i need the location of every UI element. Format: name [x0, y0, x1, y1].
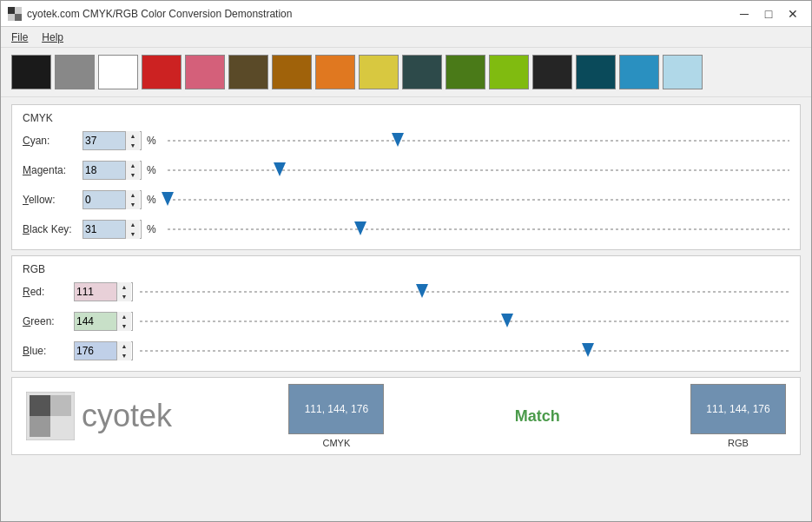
yellow-input[interactable]: [83, 191, 125, 208]
swatch-dark-brown[interactable]: [228, 55, 268, 89]
red-down-button[interactable]: ▼: [117, 292, 131, 301]
swatch-lime[interactable]: [489, 55, 529, 89]
cyan-spinner[interactable]: ▲ ▼: [83, 131, 142, 150]
green-input[interactable]: [75, 313, 116, 330]
green-row: Green: ▲ ▼: [23, 312, 789, 331]
help-menu[interactable]: Help: [35, 30, 70, 45]
blue-input[interactable]: [75, 342, 116, 360]
swatch-pink[interactable]: [185, 55, 225, 89]
blue-spinner-buttons: ▲ ▼: [116, 341, 131, 360]
rgb-rgb-value: 111, 144, 176: [706, 403, 769, 415]
logo-area: cyotek: [26, 392, 172, 440]
cmyk-preview-label: CMYK: [322, 438, 350, 448]
close-button[interactable]: ✕: [782, 4, 804, 23]
swatch-gray[interactable]: [55, 55, 95, 89]
swatch-black[interactable]: [11, 55, 51, 89]
green-down-button[interactable]: ▼: [117, 321, 131, 331]
yellow-spinner-buttons: ▲ ▼: [125, 190, 140, 209]
cyan-input[interactable]: [83, 132, 125, 149]
cyan-thumb[interactable]: [392, 133, 404, 149]
blue-label: Blue:: [23, 345, 70, 357]
red-up-button[interactable]: ▲: [117, 282, 131, 292]
yellow-thumb[interactable]: [162, 192, 174, 208]
svg-rect-6: [50, 395, 71, 416]
cmyk-rgb-value: 111, 144, 176: [305, 403, 368, 415]
svg-rect-1: [15, 7, 22, 14]
title-bar: cyotek.com CMYK/RGB Color Conversion Dem…: [1, 1, 811, 27]
magenta-percent: %: [147, 164, 161, 176]
rgb-color-box: 111, 144, 176: [690, 384, 786, 434]
blue-down-button[interactable]: ▼: [117, 351, 131, 360]
blue-up-button[interactable]: ▲: [117, 341, 131, 351]
green-spinner[interactable]: ▲ ▼: [74, 312, 133, 331]
blackkey-row: Black Key: ▲ ▼ %: [23, 220, 789, 239]
magenta-up-button[interactable]: ▲: [126, 161, 140, 170]
magenta-input[interactable]: [83, 162, 125, 179]
red-input[interactable]: [75, 283, 116, 301]
svg-rect-0: [8, 7, 15, 14]
match-button[interactable]: Match: [501, 400, 574, 433]
red-thumb[interactable]: [416, 284, 428, 300]
swatch-white[interactable]: [98, 55, 138, 89]
swatch-brown[interactable]: [272, 55, 312, 89]
swatch-orange[interactable]: [315, 55, 355, 89]
swatch-dark-teal[interactable]: [402, 55, 442, 89]
green-track: [140, 320, 789, 322]
cyan-up-button[interactable]: ▲: [126, 131, 140, 141]
svg-rect-2: [8, 14, 15, 21]
cyan-slider[interactable]: [168, 131, 789, 150]
blue-slider[interactable]: [140, 341, 789, 360]
rgb-preview-label: RGB: [728, 438, 749, 448]
swatch-light-blue[interactable]: [663, 55, 703, 89]
swatch-green[interactable]: [446, 55, 485, 89]
red-row: Red: ▲ ▼: [23, 282, 789, 301]
green-up-button[interactable]: ▲: [117, 312, 131, 321]
blackkey-spinner[interactable]: ▲ ▼: [83, 220, 142, 239]
bottom-section: cyotek 111, 144, 176 CMYK Match 111, 144…: [11, 377, 801, 455]
yellow-slider[interactable]: [168, 190, 789, 209]
blue-spinner[interactable]: ▲ ▼: [74, 341, 133, 360]
yellow-spinner[interactable]: ▲ ▼: [83, 190, 142, 209]
red-spinner[interactable]: ▲ ▼: [74, 282, 133, 301]
cmyk-preview-box: 111, 144, 176 CMYK: [288, 384, 384, 448]
green-slider[interactable]: [140, 312, 789, 331]
blackkey-label: Black Key:: [23, 223, 79, 235]
cyan-down-button[interactable]: ▼: [126, 141, 140, 150]
minimize-button[interactable]: ─: [733, 4, 756, 23]
magenta-down-button[interactable]: ▼: [126, 170, 140, 180]
blue-thumb[interactable]: [582, 343, 594, 359]
red-label: Red:: [23, 286, 70, 298]
maximize-button[interactable]: □: [757, 4, 780, 23]
swatch-black-2[interactable]: [532, 55, 572, 89]
blackkey-thumb[interactable]: [354, 221, 366, 237]
svg-rect-5: [30, 395, 50, 416]
window-title: cyotek.com CMYK/RGB Color Conversion Dem…: [27, 8, 292, 20]
magenta-track: [168, 169, 789, 171]
blackkey-down-button[interactable]: ▼: [126, 229, 140, 239]
cmyk-color-box: 111, 144, 176: [288, 384, 384, 434]
green-label: Green:: [23, 315, 70, 327]
swatch-yellow[interactable]: [359, 55, 399, 89]
blackkey-input[interactable]: [83, 221, 125, 238]
green-spinner-buttons: ▲ ▼: [116, 312, 131, 331]
magenta-slider[interactable]: [168, 161, 789, 180]
magenta-spinner[interactable]: ▲ ▼: [83, 161, 142, 180]
blackkey-slider[interactable]: [168, 220, 789, 239]
menu-bar: File Help: [1, 27, 811, 48]
file-menu[interactable]: File: [4, 30, 35, 45]
magenta-row: Magenta: ▲ ▼ %: [23, 161, 789, 180]
yellow-down-button[interactable]: ▼: [126, 200, 140, 209]
blackkey-up-button[interactable]: ▲: [126, 220, 140, 229]
title-controls: ─ □ ✕: [733, 4, 804, 23]
main-content: CMYK Cyan: ▲ ▼ % Magenta: [1, 97, 811, 521]
magenta-spinner-buttons: ▲ ▼: [125, 161, 140, 180]
magenta-thumb[interactable]: [274, 162, 286, 178]
color-swatches: [1, 48, 811, 97]
swatch-blue[interactable]: [619, 55, 659, 89]
blue-track: [140, 350, 789, 352]
green-thumb[interactable]: [501, 314, 513, 329]
swatch-dark-blue[interactable]: [576, 55, 616, 89]
swatch-red[interactable]: [142, 55, 182, 89]
red-slider[interactable]: [140, 282, 789, 301]
yellow-up-button[interactable]: ▲: [126, 190, 140, 200]
